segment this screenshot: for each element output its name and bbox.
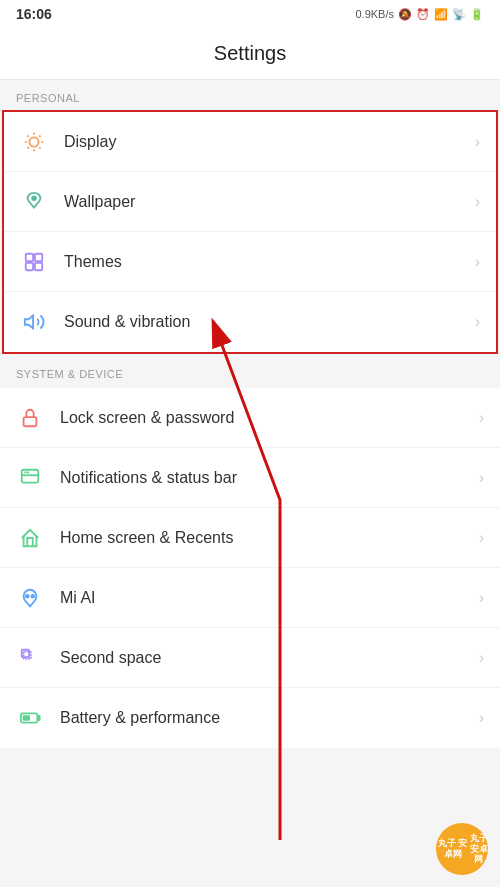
miai-icon xyxy=(16,584,44,612)
homescreen-label: Home screen & Recents xyxy=(60,529,471,547)
lockscreen-chevron: › xyxy=(479,409,484,427)
display-chevron: › xyxy=(475,133,480,151)
status-bar: 16:06 0.9KB/s 🔕 ⏰ 📶 📡 🔋 xyxy=(0,0,500,28)
setting-item-secondspace[interactable]: Second space › xyxy=(0,628,500,688)
wallpaper-chevron: › xyxy=(475,193,480,211)
setting-item-notifications[interactable]: Notifications & status bar › xyxy=(0,448,500,508)
svg-rect-13 xyxy=(35,262,42,269)
mute-icon: 🔕 xyxy=(398,8,412,21)
battery-chevron: › xyxy=(479,709,484,727)
svg-rect-16 xyxy=(22,469,39,482)
svg-line-7 xyxy=(39,135,40,136)
lockscreen-icon xyxy=(16,404,44,432)
svg-rect-15 xyxy=(24,417,37,426)
setting-item-wallpaper[interactable]: Wallpaper › xyxy=(4,172,496,232)
notifications-label: Notifications & status bar xyxy=(60,469,471,487)
page-title: Settings xyxy=(0,28,500,80)
svg-point-0 xyxy=(29,137,38,146)
wallpaper-icon xyxy=(20,188,48,216)
alarm-icon: ⏰ xyxy=(416,8,430,21)
svg-rect-26 xyxy=(23,715,30,721)
themes-chevron: › xyxy=(475,253,480,271)
setting-item-sound[interactable]: Sound & vibration › xyxy=(4,292,496,352)
notifications-chevron: › xyxy=(479,469,484,487)
battery-icon: 🔋 xyxy=(470,8,484,21)
svg-line-6 xyxy=(39,147,40,148)
network-speed: 0.9KB/s xyxy=(355,8,394,20)
svg-rect-12 xyxy=(26,262,33,269)
miai-label: Mi AI xyxy=(60,589,471,607)
themes-icon xyxy=(20,248,48,276)
setting-item-themes[interactable]: Themes › xyxy=(4,232,496,292)
setting-item-display[interactable]: Display › xyxy=(4,112,496,172)
svg-line-8 xyxy=(27,147,28,148)
secondspace-label: Second space xyxy=(60,649,471,667)
themes-label: Themes xyxy=(64,253,467,271)
secondspace-icon xyxy=(16,644,44,672)
sound-icon xyxy=(20,308,48,336)
display-icon xyxy=(20,128,48,156)
section-personal: PERSONAL Display › xyxy=(0,80,500,354)
secondspace-chevron: › xyxy=(479,649,484,667)
watermark: 丸子 安卓网 丸子安卓网 xyxy=(436,823,488,875)
setting-item-battery[interactable]: Battery & performance › xyxy=(0,688,500,748)
svg-point-9 xyxy=(32,196,36,200)
svg-rect-10 xyxy=(26,253,33,260)
setting-item-homescreen[interactable]: Home screen & Recents › xyxy=(0,508,500,568)
wallpaper-label: Wallpaper xyxy=(64,193,467,211)
sound-label: Sound & vibration xyxy=(64,313,467,331)
section-label-personal: PERSONAL xyxy=(0,80,500,110)
homescreen-chevron: › xyxy=(479,529,484,547)
homescreen-icon xyxy=(16,524,44,552)
wifi-icon: 📡 xyxy=(452,8,466,21)
status-icons: 0.9KB/s 🔕 ⏰ 📶 📡 🔋 xyxy=(355,8,484,21)
miai-chevron: › xyxy=(479,589,484,607)
display-label: Display xyxy=(64,133,467,151)
section-label-system: SYSTEM & DEVICE xyxy=(0,354,500,388)
setting-item-miai[interactable]: Mi AI › xyxy=(0,568,500,628)
svg-line-5 xyxy=(27,135,28,136)
notifications-icon xyxy=(16,464,44,492)
svg-marker-14 xyxy=(25,316,33,329)
svg-point-20 xyxy=(26,594,29,597)
section-system: SYSTEM & DEVICE Lock screen & password › xyxy=(0,354,500,748)
svg-point-21 xyxy=(31,594,34,597)
battery-label: Battery & performance xyxy=(60,709,471,727)
sound-chevron: › xyxy=(475,313,480,331)
signal-icon: 📶 xyxy=(434,8,448,21)
lockscreen-label: Lock screen & password xyxy=(60,409,471,427)
setting-item-lockscreen[interactable]: Lock screen & password › xyxy=(0,388,500,448)
svg-rect-11 xyxy=(35,253,42,260)
battery-settings-icon xyxy=(16,704,44,732)
status-time: 16:06 xyxy=(16,6,52,22)
